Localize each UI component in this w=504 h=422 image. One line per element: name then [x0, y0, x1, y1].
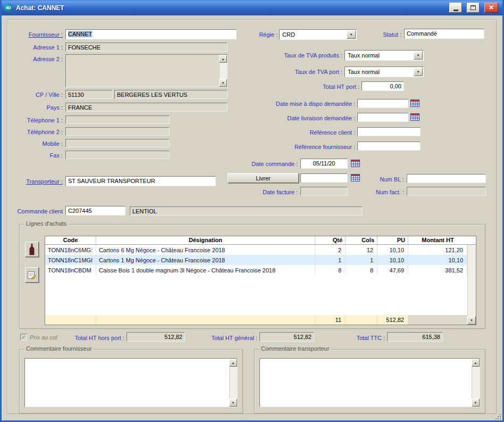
- arrow-up-icon: ▲: [232, 361, 235, 365]
- table-totals-row: 11 512,82: [45, 315, 467, 325]
- commande-client-numero-field[interactable]: C207445: [65, 206, 125, 216]
- resize-grip[interactable]: [496, 415, 501, 419]
- minimize-button[interactable]: [449, 3, 462, 13]
- total-ht-port-label: Total HT port :: [290, 84, 359, 90]
- titlebar[interactable]: 4D Achat: CANNET: [0, 0, 504, 15]
- livrer-button-label: Livrer: [256, 175, 271, 181]
- total-ht-hors-port-field: 512,82: [127, 332, 185, 342]
- minimize-icon: [453, 10, 458, 11]
- scroll-down-button[interactable]: ▼: [472, 399, 480, 407]
- cp-ville-label: CP / Ville :: [5, 92, 63, 98]
- table-row[interactable]: TONN18nCBDM Caisse Bois 1 double magnum …: [45, 265, 467, 275]
- adresse1-field: FONSECHE: [65, 43, 228, 52]
- ville-field: BERGERES LES VERTUS: [114, 90, 228, 99]
- commentaire-transporteur-field[interactable]: ▲ ▼: [259, 358, 480, 407]
- chevron-down-icon: ▼: [414, 51, 423, 60]
- adresse2-label: Adresse 2 :: [5, 56, 63, 62]
- date-commande-calendar-button[interactable]: [351, 159, 360, 168]
- header-corner: [467, 236, 476, 244]
- date-livraison-field[interactable]: [357, 113, 408, 122]
- arrow-down-icon: ▼: [474, 401, 477, 404]
- totals-cell-qte: 11: [315, 315, 346, 325]
- totals-cell-designation: [96, 315, 315, 325]
- num-fact-label: Num fact. :: [362, 189, 404, 195]
- cell-designation: Caisse Bois 1 double magnum 3l Négoce - …: [96, 265, 315, 275]
- transporteur-field[interactable]: ST SAUVEUR TRANSPORTEUR: [65, 176, 216, 186]
- date-livraison-calendar-button[interactable]: [410, 113, 419, 121]
- column-header-qte: Qté: [315, 236, 346, 244]
- total-ht-hors-port-label: Total HT hors port :: [62, 335, 124, 341]
- cell-pu: 10,10: [377, 245, 408, 255]
- date-dispo-calendar-button[interactable]: [410, 99, 419, 107]
- total-ht-general-field: 512,82: [259, 332, 314, 342]
- date-commande-field[interactable]: 05/11/20: [300, 159, 348, 169]
- tva-port-value: Taux normal: [348, 69, 380, 75]
- cell-qte: 1: [315, 255, 346, 265]
- tva-port-select[interactable]: Taux normal ▼: [345, 67, 424, 77]
- cell-designation: Cartons 6 Mg Négoce - Château Francoise …: [96, 245, 315, 255]
- regie-select[interactable]: CRD ▼: [279, 29, 357, 40]
- cell-code: TONN18nC1MGI: [45, 255, 96, 265]
- cell-pu: 47,69: [377, 265, 408, 275]
- scroll-up-button[interactable]: ▲: [229, 359, 237, 367]
- table-header: Code Désignation Qté Cols PU Montant HT: [45, 236, 476, 245]
- add-bottle-button[interactable]: [25, 242, 39, 257]
- cell-qte: 8: [315, 265, 346, 275]
- maximize-button[interactable]: [467, 3, 480, 13]
- ref-client-label: Référence client :: [287, 129, 355, 136]
- cell-cols: 12: [346, 245, 377, 255]
- fax-label: Fax :: [5, 152, 63, 159]
- livrer-date-field[interactable]: [300, 173, 348, 183]
- date-commande-label: Date commande :: [234, 161, 298, 167]
- statut-label: Statut :: [358, 31, 401, 38]
- cell-pu: 10,10: [377, 255, 408, 265]
- fournisseur-value: CANNET: [68, 31, 92, 37]
- table-scroll-down-button[interactable]: ▼: [467, 316, 476, 325]
- column-header-code: Code: [45, 236, 96, 244]
- adresse2-scroll-up-button[interactable]: ▲: [219, 55, 227, 63]
- pays-label: Pays :: [5, 104, 63, 111]
- chevron-down-icon: ▼: [347, 30, 356, 39]
- maximize-icon: [471, 5, 476, 10]
- arrow-down-icon: ▼: [222, 81, 225, 85]
- close-button[interactable]: ✕: [484, 3, 498, 13]
- statut-field[interactable]: Commandé: [404, 29, 484, 39]
- ref-client-field[interactable]: [357, 127, 421, 136]
- edit-line-button[interactable]: [25, 267, 39, 283]
- scroll-up-button[interactable]: ▲: [472, 359, 480, 367]
- livrer-button[interactable]: Livrer: [228, 173, 299, 183]
- fournisseur-label[interactable]: Fournisseur :: [5, 31, 63, 38]
- cell-code: TONN18nC6MG:: [45, 245, 96, 255]
- table-scrollbar[interactable]: [467, 245, 476, 325]
- scroll-down-button[interactable]: ▼: [229, 399, 237, 407]
- livrer-calendar-button[interactable]: [351, 173, 360, 182]
- telephone2-field: [65, 127, 170, 136]
- transporteur-label[interactable]: Transporteur :: [5, 178, 63, 185]
- table-row[interactable]: TONN18nC6MG: Cartons 6 Mg Négoce - Châte…: [45, 245, 467, 255]
- adresse2-scroll-down-button[interactable]: ▼: [219, 79, 227, 87]
- total-ht-port-field[interactable]: 0,00: [362, 81, 404, 91]
- num-bl-field[interactable]: [407, 174, 486, 183]
- cell-code: TONN18nCBDM: [45, 265, 96, 275]
- calendar-icon: [410, 99, 419, 107]
- totals-cell-cols: [346, 315, 377, 325]
- calendar-icon: [410, 113, 419, 121]
- tva-produits-select[interactable]: Taux normal ▼: [345, 50, 424, 61]
- ref-fournisseur-field[interactable]: [357, 142, 421, 151]
- date-dispo-field[interactable]: [357, 99, 408, 108]
- cell-montant: 381,52: [408, 265, 467, 275]
- regie-label: Régie :: [234, 31, 278, 38]
- fournisseur-field[interactable]: CANNET: [65, 29, 237, 39]
- telephone1-field: [65, 115, 170, 124]
- arrow-up-icon: ▲: [474, 361, 477, 365]
- column-header-montant: Montant HT: [408, 236, 467, 244]
- commentaire-fournisseur-field[interactable]: ▲ ▼: [24, 358, 238, 407]
- lignes-table: Code Désignation Qté Cols PU Montant HT …: [45, 236, 476, 325]
- telephone1-label: Téléphone 1 :: [5, 117, 63, 123]
- commentaire-fournisseur-label: Commentaire fournisseur: [24, 345, 94, 352]
- table-row[interactable]: TONN18nC1MGI Cartons 1 Mg Négoce - Châte…: [45, 255, 467, 265]
- cell-designation: Cartons 1 Mg Négoce - Château Francoise …: [96, 255, 315, 265]
- arrow-down-icon: ▼: [232, 401, 235, 404]
- close-icon: ✕: [489, 4, 493, 11]
- app-icon: 4D: [4, 3, 13, 12]
